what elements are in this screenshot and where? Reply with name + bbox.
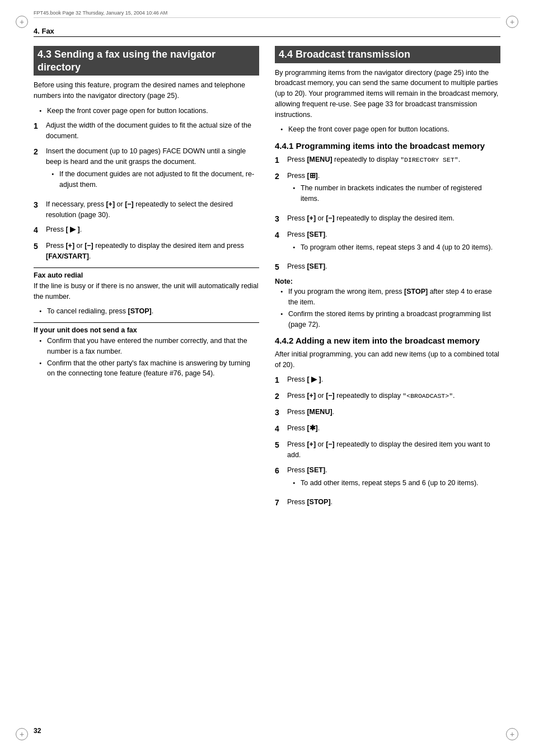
section-44-bullets: Keep the front cover page open for butto… bbox=[280, 124, 500, 135]
step-2-bullets: The number in brackets indicates the num… bbox=[293, 183, 500, 204]
right-column: 4.4 Broadcast transmission By programmin… bbox=[275, 38, 500, 722]
divider-2 bbox=[34, 322, 259, 323]
corner-mark-br bbox=[506, 728, 518, 740]
section-44-banner: 4.4 Broadcast transmission bbox=[275, 46, 500, 63]
corner-mark-tl bbox=[16, 16, 28, 28]
list-item: Confirm that you have entered the number… bbox=[39, 336, 259, 357]
fax-auto-redial-heading: Fax auto redial bbox=[34, 271, 259, 279]
if-unit-not-send: If your unit does not send a fax Confirm… bbox=[34, 326, 259, 379]
divider-1 bbox=[34, 267, 259, 268]
step-2: 2 Insert the document (up to 10 pages) F… bbox=[34, 146, 259, 195]
list-item: Confirm that the other party's fax machi… bbox=[39, 358, 259, 379]
step-4-bullets: To program other items, repeat steps 3 a… bbox=[293, 242, 500, 253]
section-44-title: 4.4 Broadcast transmission bbox=[279, 48, 496, 61]
step-3: 3 Press [MENU]. bbox=[275, 407, 500, 419]
step-4: 4 Press [ ▶ ]. bbox=[34, 224, 259, 236]
step-6-bullets: To add other items, repeat steps 5 and 6… bbox=[293, 478, 500, 489]
step-5: 5 Press [+] or [−] repeatedly to display… bbox=[275, 439, 500, 461]
list-item: If the document guides are not adjusted … bbox=[51, 169, 259, 190]
page-number: 32 bbox=[34, 727, 41, 735]
content-area: 4.3 Sending a fax using the navigator di… bbox=[34, 38, 500, 722]
step-1: 1 Press [ ▶ ]. bbox=[275, 374, 500, 386]
list-item: Confirm the stored items by printing a b… bbox=[280, 309, 500, 330]
section-43-intro: Before using this feature, program the d… bbox=[34, 80, 259, 101]
step-1: 1 Press [MENU] repeatedly to display "DI… bbox=[275, 154, 500, 166]
step-2: 2 Press [⊞]. The number in brackets indi… bbox=[275, 171, 500, 209]
section-441-title: 4.4.1 Programming items into the broadca… bbox=[275, 140, 500, 152]
fax-auto-redial-bullets: To cancel redialing, press [STOP]. bbox=[39, 306, 259, 317]
page-title-bar: 4. Fax bbox=[34, 27, 500, 37]
section-43-banner: 4.3 Sending a fax using the navigator di… bbox=[34, 46, 259, 76]
step-6: 6 Press [SET]. To add other items, repea… bbox=[275, 465, 500, 493]
section-44-intro: By programming items from the navigator … bbox=[275, 68, 500, 120]
top-bar-text: FPT45.book Page 32 Thursday, January 15,… bbox=[34, 10, 167, 16]
corner-mark-bl bbox=[16, 728, 28, 740]
section-43-bullets: Keep the front cover page open for butto… bbox=[39, 106, 259, 116]
fax-auto-redial: Fax auto redial If the line is busy or i… bbox=[34, 271, 259, 317]
step-4: 4 Press [✱]. bbox=[275, 423, 500, 435]
step-3: 3 Press [+] or [−] repeatedly to display… bbox=[275, 213, 500, 225]
step-5: 5 Press [SET]. bbox=[275, 261, 500, 273]
page-title: 4. Fax bbox=[34, 27, 54, 35]
step-1: 1 Adjust the width of the document guide… bbox=[34, 120, 259, 142]
page: FPT45.book Page 32 Thursday, January 15,… bbox=[0, 0, 534, 756]
step-5: 5 Press [+] or [−] repeatedly to display… bbox=[34, 241, 259, 262]
list-item: Keep the front cover page open for butto… bbox=[39, 106, 259, 116]
list-item: To program other items, repeat steps 3 a… bbox=[293, 242, 500, 253]
note-label: Note: bbox=[275, 278, 500, 285]
section-43-title: 4.3 Sending a fax using the navigator di… bbox=[38, 48, 255, 73]
section-442-steps: 1 Press [ ▶ ]. 2 Press [+] or [−] repeat… bbox=[275, 374, 500, 509]
step-7: 7 Press [STOP]. bbox=[275, 497, 500, 509]
step-4: 4 Press [SET]. To program other items, r… bbox=[275, 229, 500, 257]
list-item: To cancel redialing, press [STOP]. bbox=[39, 306, 259, 317]
list-item: If you program the wrong item, press [ST… bbox=[280, 287, 500, 308]
section-441-steps: 1 Press [MENU] repeatedly to display "DI… bbox=[275, 154, 500, 274]
list-item: The number in brackets indicates the num… bbox=[293, 183, 500, 204]
if-unit-not-send-bullets: Confirm that you have entered the number… bbox=[39, 336, 259, 379]
left-column: 4.3 Sending a fax using the navigator di… bbox=[34, 38, 259, 722]
step-2: 2 Press [+] or [−] repeatedly to display… bbox=[275, 391, 500, 402]
step-2-bullets: If the document guides are not adjusted … bbox=[51, 169, 259, 190]
corner-mark-tr bbox=[506, 16, 518, 28]
step-3: 3 If necessary, press [+] or [−] repeate… bbox=[34, 199, 259, 220]
fax-auto-redial-text: If the line is busy or if there is no an… bbox=[34, 281, 259, 302]
section-442-intro: After initial programming, you can add n… bbox=[275, 349, 500, 370]
section-442-title: 4.4.2 Adding a new item into the broadca… bbox=[275, 335, 500, 346]
top-bar: FPT45.book Page 32 Thursday, January 15,… bbox=[34, 10, 500, 18]
list-item: To add other items, repeat steps 5 and 6… bbox=[293, 478, 500, 489]
section-43-steps: 1 Adjust the width of the document guide… bbox=[34, 120, 259, 262]
note-bullets: If you program the wrong item, press [ST… bbox=[280, 287, 500, 330]
list-item: Keep the front cover page open for butto… bbox=[280, 124, 500, 135]
if-unit-not-send-heading: If your unit does not send a fax bbox=[34, 326, 259, 334]
